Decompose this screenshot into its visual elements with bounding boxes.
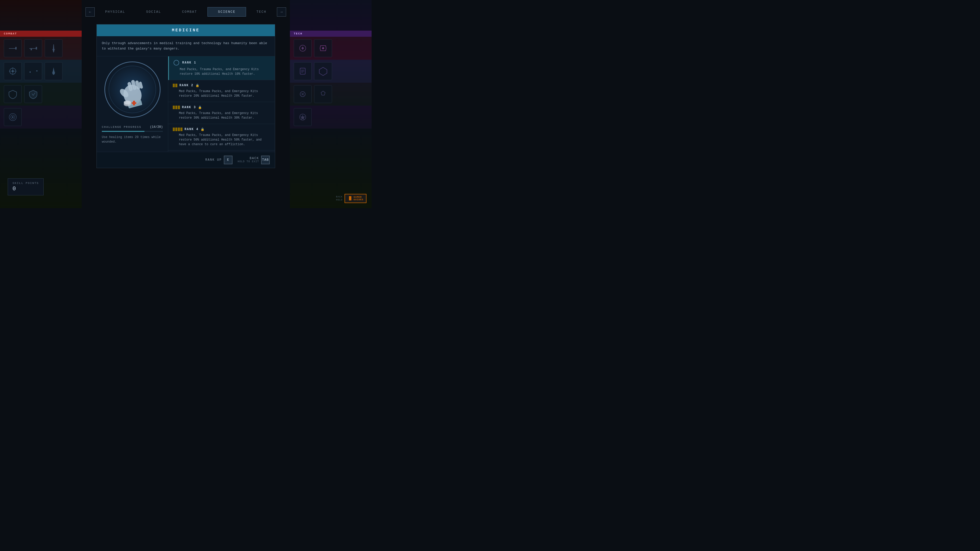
watermark-gamer: GAMER bbox=[354, 196, 363, 198]
rank-up-key[interactable]: E bbox=[224, 156, 232, 164]
back-key[interactable]: TAB bbox=[261, 156, 270, 164]
left-row-3 bbox=[0, 83, 82, 106]
watermark-back-label: BACK bbox=[336, 196, 343, 198]
rank-3-pip-1 bbox=[173, 106, 175, 109]
rank-3-pip-2 bbox=[175, 106, 177, 109]
right-row-4 bbox=[290, 106, 372, 129]
svg-point-7 bbox=[12, 116, 14, 118]
tab-physical[interactable]: PHYSICAL bbox=[95, 7, 135, 17]
panel-description: Only through advancements in medical tra… bbox=[97, 36, 275, 56]
rank-2-pip-2 bbox=[175, 84, 177, 87]
rank-2-label: RANK 2 bbox=[180, 84, 193, 87]
skill-display: CHALLENGE PROGRESS (14/20) Use healing i… bbox=[97, 56, 168, 152]
nav-prev-button[interactable]: ← bbox=[86, 7, 95, 17]
left-row-1 bbox=[0, 37, 82, 60]
rank-2-header: RANK 2 🔒 bbox=[173, 84, 270, 87]
nav-bar: ← PHYSICAL SOCIAL COMBAT SCIENCE TECH → bbox=[0, 7, 372, 17]
rank-1-item: RANK 1 Med Packs, Trauma Packs, and Emer… bbox=[168, 56, 275, 80]
right-row-3 bbox=[290, 83, 372, 106]
panel-actions: RANK UP E BACK HOLD TO EXIT TAB bbox=[97, 152, 275, 168]
glove-svg bbox=[113, 69, 151, 110]
right-skill-icon-2b[interactable] bbox=[314, 62, 332, 80]
rank-2-item: RANK 2 🔒 Med Packs, Trauma Packs, and Em… bbox=[168, 80, 275, 102]
skill-icon-sword1[interactable] bbox=[45, 39, 62, 57]
rank-3-label: RANK 3 bbox=[182, 106, 196, 109]
rank-1-label: RANK 1 bbox=[182, 61, 196, 65]
right-skill-icon-1a[interactable] bbox=[294, 39, 312, 57]
nav-next-button[interactable]: → bbox=[277, 7, 286, 17]
watermark: BACK HOLD ▐▌ GAMER GUIDES bbox=[336, 194, 366, 203]
lock-icon-4: 🔒 bbox=[200, 127, 204, 131]
tab-social[interactable]: SOCIAL bbox=[135, 7, 172, 17]
svg-rect-30 bbox=[133, 101, 135, 105]
rank-up-label: RANK UP bbox=[205, 158, 222, 162]
right-skill-icon-2a[interactable] bbox=[294, 62, 312, 80]
back-group: BACK HOLD TO EXIT TAB bbox=[238, 156, 270, 164]
skill-icon-gun2[interactable] bbox=[24, 39, 42, 57]
right-skill-icon-4a[interactable] bbox=[294, 108, 312, 126]
right-panel-label: TECH bbox=[290, 30, 372, 37]
medicine-panel: MEDICINE Only through advancements in me… bbox=[97, 24, 275, 168]
progress-header: CHALLENGE PROGRESS (14/20) bbox=[102, 125, 163, 129]
svg-point-9 bbox=[322, 47, 324, 49]
progress-bar bbox=[102, 131, 163, 132]
rank-1-header: RANK 1 bbox=[173, 60, 270, 65]
rank-3-header: RANK 3 🔒 bbox=[173, 106, 270, 110]
rank-4-pips bbox=[173, 127, 183, 131]
rank-4-header: RANK 4 🔒 bbox=[173, 127, 270, 131]
right-panel: TECH bbox=[290, 30, 372, 129]
watermark-hold-label: HOLD bbox=[336, 199, 343, 201]
tab-combat[interactable]: COMBAT bbox=[172, 7, 207, 17]
skill-points-panel: SKILL POINTS 0 bbox=[8, 178, 44, 195]
hold-to-exit-label: HOLD TO EXIT bbox=[238, 160, 259, 163]
skill-icon-blade[interactable] bbox=[45, 62, 62, 80]
back-label: BACK bbox=[238, 157, 259, 160]
skill-icon-shield2[interactable] bbox=[24, 85, 42, 103]
rank-3-item: RANK 3 🔒 Med Packs, Trauma Packs, and Em… bbox=[168, 102, 275, 124]
rank-4-label: RANK 4 bbox=[185, 127, 199, 131]
watermark-icon: ▐▌ bbox=[348, 196, 352, 201]
skill-circle-inner bbox=[109, 66, 156, 113]
skill-icon-gun1[interactable] bbox=[4, 39, 22, 57]
right-skill-icon-3b[interactable] bbox=[314, 85, 332, 103]
watermark-guides: GUIDES bbox=[354, 198, 363, 201]
rank-3-pip-3 bbox=[178, 106, 180, 109]
panel-body: CHALLENGE PROGRESS (14/20) Use healing i… bbox=[97, 56, 275, 152]
tab-tech[interactable]: TECH bbox=[246, 7, 277, 17]
left-panel-label: COMBAT bbox=[0, 30, 82, 37]
ranks-display: RANK 1 Med Packs, Trauma Packs, and Emer… bbox=[168, 56, 275, 152]
tab-science[interactable]: SCIENCE bbox=[207, 7, 246, 17]
progress-description: Use healing items 20 times while wounded… bbox=[102, 135, 163, 144]
rank-4-pip-4 bbox=[180, 127, 183, 131]
rank-4-item: RANK 4 🔒 Med Packs, Trauma Packs, and Em… bbox=[168, 124, 275, 151]
skill-circle bbox=[104, 62, 161, 118]
watermark-logo-box: ▐▌ GAMER GUIDES bbox=[345, 194, 366, 203]
progress-count: (14/20) bbox=[150, 125, 163, 129]
progress-label: CHALLENGE PROGRESS bbox=[102, 125, 142, 129]
right-row-2 bbox=[290, 60, 372, 83]
svg-point-28 bbox=[124, 100, 131, 104]
skill-icon-shield1[interactable] bbox=[4, 85, 22, 103]
right-row-1 bbox=[290, 37, 372, 60]
panel-title: MEDICINE bbox=[97, 24, 275, 36]
skill-icon-star[interactable] bbox=[4, 62, 22, 80]
rank-3-description: Med Packs, Trauma Packs, and Emergency K… bbox=[173, 111, 270, 120]
right-skill-icon-3a[interactable] bbox=[294, 85, 312, 103]
rank-4-pip-3 bbox=[178, 127, 180, 131]
right-skill-icon-1b[interactable] bbox=[314, 39, 332, 57]
lock-icon-3: 🔒 bbox=[198, 106, 202, 110]
rank-up-group: RANK UP E bbox=[205, 156, 232, 164]
skill-icon-target[interactable] bbox=[4, 108, 22, 126]
left-panel: COMBAT bbox=[0, 30, 82, 129]
left-row-4 bbox=[0, 106, 82, 129]
progress-fill bbox=[102, 131, 145, 132]
lock-icon-2: 🔒 bbox=[196, 84, 199, 87]
left-row-2 bbox=[0, 60, 82, 83]
rank-2-pips bbox=[173, 84, 177, 87]
skill-icon-rifle[interactable] bbox=[24, 62, 42, 80]
challenge-progress-section: CHALLENGE PROGRESS (14/20) Use healing i… bbox=[102, 123, 163, 147]
rank-4-pip-2 bbox=[175, 127, 177, 131]
rank-4-pip-1 bbox=[173, 127, 175, 131]
rank-1-description: Med Packs, Trauma Packs, and Emergency K… bbox=[173, 67, 270, 76]
rank-4-description: Med Packs, Trauma Packs, and Emergency K… bbox=[173, 133, 270, 147]
